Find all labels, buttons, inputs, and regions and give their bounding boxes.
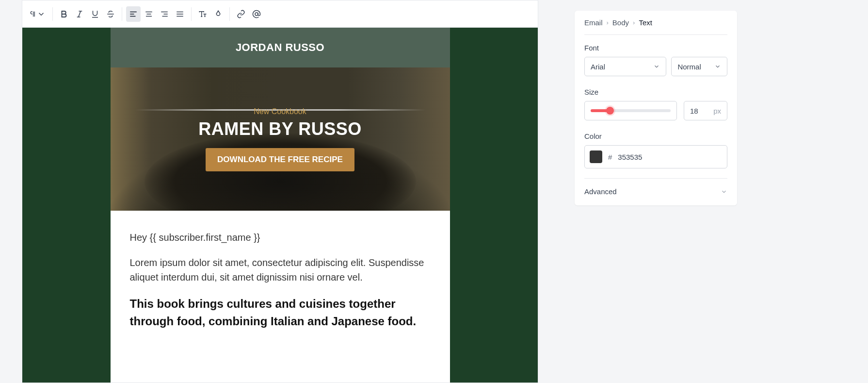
chevron-down-icon <box>653 63 660 70</box>
hero-section[interactable]: New Cookbook RAMEN BY RUSSO DOWNLOAD THE… <box>111 67 450 211</box>
color-input[interactable]: # <box>584 145 727 168</box>
size-label: Size <box>584 88 727 96</box>
chevron-right-icon: › <box>607 19 609 26</box>
svg-line-2 <box>79 11 81 17</box>
strikethrough-button[interactable] <box>103 6 118 22</box>
chevron-down-icon <box>721 188 727 195</box>
toolbar-separator <box>191 7 192 21</box>
paragraph-format-dropdown[interactable] <box>26 6 48 22</box>
brand-header[interactable]: JORDAN RUSSO <box>111 28 450 67</box>
breadcrumb-body[interactable]: Body <box>612 18 629 27</box>
font-size-slider[interactable] <box>584 101 677 120</box>
text-size-button[interactable] <box>195 6 210 22</box>
download-recipe-button[interactable]: DOWNLOAD THE FREE RECIPE <box>206 148 354 171</box>
color-swatch[interactable] <box>590 150 602 163</box>
brand-title: JORDAN RUSSO <box>111 41 450 54</box>
hash-symbol: # <box>608 153 612 161</box>
font-label: Font <box>584 44 727 52</box>
advanced-toggle[interactable]: Advanced <box>575 179 737 205</box>
hero-eyebrow: New Cookbook <box>254 107 306 116</box>
italic-button[interactable] <box>72 6 87 22</box>
email-body[interactable]: Hey {{ subscriber.first_name }} Lorem ip… <box>111 211 450 383</box>
color-label: Color <box>584 132 727 140</box>
toolbar-separator <box>52 7 53 21</box>
font-weight-value: Normal <box>677 63 701 71</box>
color-hex-field[interactable] <box>618 153 722 161</box>
paragraph-2-bold: This book brings cultures and cuisines t… <box>130 295 431 330</box>
font-family-value: Arial <box>591 63 605 71</box>
mention-button[interactable] <box>249 6 264 22</box>
greeting-text: Hey {{ subscriber.first_name }} <box>130 230 431 245</box>
breadcrumb-current: Text <box>639 18 652 27</box>
breadcrumb-email[interactable]: Email <box>584 18 603 27</box>
font-size-input[interactable]: 18 px <box>684 101 727 120</box>
editor-toolbar <box>22 0 538 28</box>
toolbar-separator <box>122 7 122 21</box>
size-value: 18 <box>690 107 698 115</box>
link-button[interactable] <box>234 6 248 22</box>
align-left-button[interactable] <box>126 6 141 22</box>
align-right-button[interactable] <box>157 6 172 22</box>
underline-button[interactable] <box>88 6 102 22</box>
breadcrumb: Email › Body › Text <box>575 11 737 34</box>
slider-thumb[interactable] <box>606 107 614 115</box>
text-color-button[interactable] <box>211 6 225 22</box>
chevron-down-icon <box>714 63 721 70</box>
advanced-label: Advanced <box>584 187 617 196</box>
toolbar-separator <box>229 7 230 21</box>
font-family-select[interactable]: Arial <box>584 57 666 76</box>
align-center-button[interactable] <box>142 6 156 22</box>
font-weight-select[interactable]: Normal <box>671 57 727 76</box>
bold-button[interactable] <box>57 6 71 22</box>
size-unit: px <box>713 107 721 115</box>
chevron-right-icon: › <box>633 19 635 26</box>
hero-title: RAMEN BY RUSSO <box>198 119 361 139</box>
properties-panel: Email › Body › Text Font Arial Normal <box>575 11 737 205</box>
email-canvas[interactable]: JORDAN RUSSO New Cookbook RAMEN BY RUSSO… <box>22 28 538 383</box>
align-justify-button[interactable] <box>173 6 187 22</box>
svg-point-17 <box>255 13 258 16</box>
paragraph-1: Lorem ipsum dolor sit amet, consectetur … <box>130 255 431 284</box>
